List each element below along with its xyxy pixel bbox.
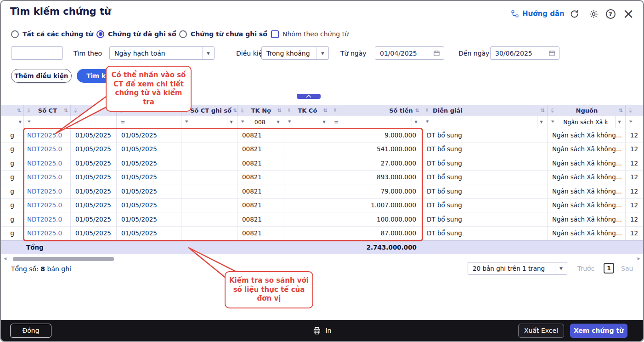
filter-caret-icon[interactable]: ▼	[537, 116, 545, 128]
print-button[interactable]: In	[312, 326, 331, 335]
add-condition-button[interactable]: Thêm điều kiện	[11, 69, 72, 83]
cell-nguon: Ngân sách Xã không...	[548, 184, 626, 199]
cell-ngay-hach-toan: 01/05/2025	[71, 184, 117, 199]
cell-nguon: Ngân sách Xã không...	[548, 128, 626, 142]
cell-nguon: Ngân sách Xã không...	[548, 227, 626, 241]
current-page-button[interactable]: 1	[604, 263, 614, 274]
page-size-select[interactable]: 20 bản ghi trên 1 trang ▼	[468, 262, 567, 275]
pin-icon[interactable]	[73, 108, 78, 113]
callout-verify-data: Kiểm tra so sánh với số liệu thực tế của…	[225, 271, 313, 308]
pin-icon[interactable]	[26, 108, 31, 113]
guide-link[interactable]: Hướng dẫn	[511, 10, 565, 18]
sort-icon[interactable]: ⇅	[415, 108, 419, 114]
cell-chapter: 12	[626, 171, 644, 185]
column-header-nguon[interactable]: Nguồn⇅	[548, 105, 626, 116]
sort-icon[interactable]: ⇅	[17, 108, 21, 114]
cell-so-ct-link[interactable]: NDT2025.0	[24, 156, 71, 171]
filter-so-ct[interactable]: *	[24, 116, 71, 128]
column-header-dien-giai[interactable]: Diễn giải⇅	[422, 105, 548, 116]
pin-icon[interactable]	[240, 108, 245, 113]
search-input[interactable]	[11, 46, 63, 60]
radio-unposted-documents[interactable]: Chứng từ chưa ghi sổ	[179, 29, 267, 39]
filter-caret-icon[interactable]: ▼	[19, 116, 22, 128]
pin-icon[interactable]	[424, 108, 429, 113]
column-header-chapter[interactable]	[626, 105, 644, 116]
radio-all-documents[interactable]: Tất cả các chứng từ	[11, 29, 93, 39]
chevron-down-icon[interactable]: ▼	[202, 47, 214, 59]
scroll-left-icon[interactable]: ◀	[4, 256, 6, 261]
filter-tk-no[interactable]: *008▼	[237, 116, 284, 128]
filter-so-tien[interactable]: =▼	[330, 116, 422, 128]
sort-icon[interactable]: ⇅	[233, 108, 237, 114]
radio-posted-documents[interactable]: Chứng từ đã ghi sổ	[96, 29, 176, 39]
column-header-tk-co[interactable]: TK Có⇅	[284, 105, 330, 116]
cell-ngay-hach-toan: 01/05/2025	[71, 171, 117, 185]
sort-icon[interactable]: ⇅	[541, 108, 545, 114]
filter-caret-icon[interactable]: ▼	[274, 116, 282, 128]
cell-hidden-col: g	[1, 227, 24, 241]
cell-ngay-chung-tu: 01/05/2025	[117, 128, 181, 142]
export-excel-button[interactable]: Xuất Excel	[518, 324, 564, 338]
cell-tk-no: 00821	[237, 171, 284, 185]
column-header-so-tien[interactable]: Số tiền⇅	[330, 105, 422, 116]
filter-caret-icon[interactable]: ▼	[412, 116, 420, 128]
cell-so-ct-link[interactable]: NDT2025.0	[24, 142, 71, 157]
cell-so-ct-link[interactable]: NDT2025.0	[24, 227, 71, 241]
filter-dien-giai[interactable]: *▼	[422, 116, 548, 128]
filter-so-ct-ghi-so[interactable]: *▼	[181, 116, 237, 128]
column-header-so-ct[interactable]: Số CT⇅	[24, 105, 71, 116]
group-by-document-checkbox[interactable]: Nhóm theo chứng từ	[271, 29, 349, 39]
calendar-icon[interactable]	[433, 50, 440, 57]
cell-so-ct-link[interactable]: NDT2025.0	[24, 128, 71, 142]
condition-select[interactable]: Trong khoảng ▼	[261, 46, 329, 60]
settings-gear-icon[interactable]	[588, 8, 599, 19]
cell-ngay-chung-tu: 01/05/2025	[117, 184, 181, 199]
cell-dien-giai: DT bổ sung	[422, 184, 548, 199]
chevron-down-icon[interactable]: ▼	[555, 262, 567, 274]
pin-icon[interactable]	[287, 108, 292, 113]
radio-all-documents-label: Tất cả các chứng từ	[23, 30, 93, 38]
sort-icon[interactable]: ⇅	[277, 108, 282, 114]
cell-so-ct-ghi-so	[181, 227, 237, 241]
cell-so-ct-ghi-so	[181, 171, 237, 185]
to-date-value: 30/06/2025	[491, 50, 548, 57]
cell-nguon: Ngân sách Xã không...	[548, 199, 626, 213]
next-page-button[interactable]: Sau	[621, 265, 633, 272]
calendar-icon[interactable]	[548, 50, 555, 57]
cell-so-ct-link[interactable]: NDT2025.0	[24, 199, 71, 213]
column-header-tk-no[interactable]: TK Nợ⇅	[237, 105, 284, 116]
scroll-right-icon[interactable]: ▶	[638, 256, 640, 261]
sort-icon[interactable]: ⇅	[619, 108, 623, 114]
prev-page-button[interactable]: Trước	[577, 265, 594, 272]
help-icon[interactable]: ?	[605, 8, 616, 19]
pin-icon[interactable]	[550, 108, 555, 113]
filter-caret-icon[interactable]: ▼	[320, 116, 328, 128]
filter-chapter[interactable]: *	[626, 116, 644, 128]
filter-hidden-col[interactable]: ▼	[1, 116, 24, 128]
refresh-icon[interactable]	[569, 8, 580, 19]
filter-nguon[interactable]: *Ngân sách Xã k▼	[548, 116, 626, 128]
to-date-input[interactable]: 30/06/2025	[490, 46, 559, 60]
collapse-panel-button[interactable]	[297, 94, 321, 99]
sort-icon[interactable]: ⇅	[64, 108, 68, 114]
filter-ngay-chung-tu[interactable]: =	[117, 116, 181, 128]
callout-click-doc-number-text: Có thể nhấn vào số CT để xem chi tiết ch…	[112, 71, 186, 106]
cell-so-ct-link[interactable]: NDT2025.0	[24, 212, 71, 227]
search-by-select[interactable]: Ngày hạch toán ▼	[109, 46, 215, 60]
horizontal-scrollbar-thumb[interactable]	[13, 257, 114, 261]
from-date-input[interactable]: 01/04/2025	[375, 46, 444, 60]
cell-so-ct-link[interactable]: NDT2025.0	[24, 171, 71, 185]
chevron-down-icon[interactable]: ▼	[316, 47, 328, 59]
sort-icon[interactable]: ⇅	[323, 108, 328, 114]
cell-so-ct-link[interactable]: NDT2025.0	[24, 184, 71, 199]
pin-icon[interactable]	[628, 108, 633, 113]
view-document-button[interactable]: Xem chứng từ	[570, 324, 627, 338]
filter-caret-icon[interactable]: ▼	[615, 116, 623, 128]
column-header-hidden-col[interactable]: ⇅	[1, 105, 24, 116]
filter-tk-co[interactable]: *▼	[284, 116, 330, 128]
filter-ngay-hach-toan[interactable]: =	[71, 116, 117, 128]
close-button[interactable]: Đóng	[10, 324, 51, 338]
close-icon[interactable]: ×	[623, 8, 634, 19]
filter-caret-icon[interactable]: ▼	[227, 116, 235, 128]
pin-icon[interactable]	[333, 108, 338, 113]
